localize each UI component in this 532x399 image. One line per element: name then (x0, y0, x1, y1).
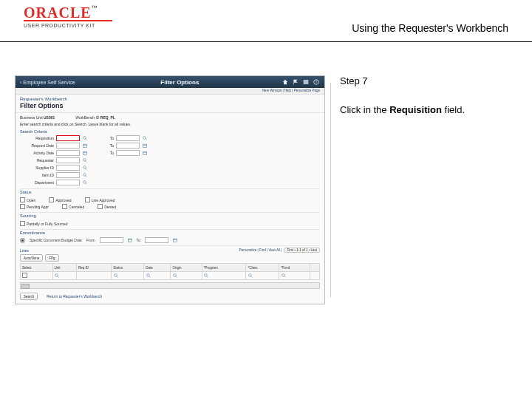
calendar-icon[interactable] (142, 143, 147, 149)
lookup-icon[interactable] (146, 273, 151, 278)
requisition-to-input[interactable] (116, 135, 140, 141)
reqdate-to-input[interactable] (116, 143, 140, 149)
svg-rect-6 (83, 144, 86, 147)
menu-icon[interactable] (302, 78, 310, 86)
chk-line-approved-label: Line Approved (92, 198, 115, 202)
col-class[interactable]: *Class (246, 264, 279, 272)
chk-canceled[interactable]: Canceled (62, 204, 84, 209)
col-origin[interactable]: Origin (171, 264, 202, 272)
lines-link[interactable]: Lines (20, 248, 29, 253)
empty (116, 158, 140, 163)
chk-pending[interactable]: Pending Appr (20, 204, 49, 209)
field-label-to: To (92, 151, 114, 155)
calendar-icon[interactable] (142, 151, 147, 156)
empty (92, 173, 114, 177)
lookup-icon[interactable] (82, 158, 87, 163)
actdate-from-input[interactable] (56, 150, 80, 156)
budget-date-row: Specific Document Budget Date From To (16, 236, 324, 245)
home-icon[interactable] (282, 78, 289, 86)
budget-date-from-input[interactable] (100, 237, 123, 243)
help-icon[interactable]: ? (313, 78, 320, 86)
return-link[interactable]: Return to Requester's Workbench (47, 294, 102, 299)
chk-denied[interactable]: Denied (98, 204, 116, 209)
back-link[interactable]: ‹ Employee Self Service (20, 80, 75, 85)
separator (20, 245, 320, 246)
requester-input[interactable] (56, 157, 80, 163)
instr-prefix: Click in the (340, 104, 389, 115)
search-criteria-heading: Search Criteria (20, 129, 320, 134)
lookup-icon[interactable] (82, 136, 87, 141)
scrollbar-thumb[interactable] (21, 284, 30, 289)
erp-subbar[interactable]: New Window | Help | Personalize Page (16, 88, 324, 95)
col-program[interactable]: *Program (202, 264, 246, 272)
lookup-icon[interactable] (172, 273, 177, 278)
grid-legend[interactable]: Personalize | Find | View All | (239, 248, 282, 252)
wb-label: WorkBench ID (75, 115, 99, 120)
column-divider (330, 83, 331, 297)
col-fund[interactable]: *Fund (279, 264, 310, 272)
search-form: Requisition To Request Date To Activity … (16, 134, 324, 188)
lookup-icon[interactable] (55, 273, 60, 278)
svg-line-37 (251, 276, 253, 277)
actdate-to-input[interactable] (116, 150, 140, 156)
chk-approved[interactable]: Approved (49, 197, 71, 202)
reqdate-from-input[interactable] (56, 143, 80, 149)
item-input[interactable] (56, 172, 80, 178)
grid-btn-fpg[interactable]: FPg (45, 254, 58, 262)
lookup-icon[interactable] (204, 273, 209, 278)
brand-name: ORACLE (24, 4, 92, 21)
col-status[interactable]: Status (112, 264, 144, 272)
calendar-icon[interactable] (82, 151, 87, 156)
erp-screenshot: ‹ Employee Self Service Filter Options ?… (15, 75, 325, 304)
search-button[interactable]: Search (20, 293, 38, 300)
col-extra[interactable] (310, 264, 320, 272)
sourcing-checkbox-group: Partially or Fully Sourced (16, 219, 324, 228)
lookup-icon[interactable] (82, 166, 87, 171)
col-reqid[interactable]: Req ID (76, 264, 111, 272)
chk-approved-label: Approved (55, 198, 71, 202)
chk-denied-label: Denied (104, 205, 116, 209)
budget-date-to-input[interactable] (145, 237, 168, 243)
svg-line-3 (85, 139, 86, 140)
empty (92, 158, 114, 163)
lookup-icon[interactable] (82, 180, 87, 185)
chk-sourced-label: Partially or Fully Sourced (27, 222, 68, 226)
slide-body: Step 7 Click in the Requisition field. ‹… (0, 41, 532, 399)
col-date[interactable]: Date (144, 264, 171, 272)
grid-pager[interactable]: First ‹ 1-1 of 1 › Last (284, 248, 320, 253)
lookup-icon[interactable] (248, 273, 253, 278)
lookup-icon[interactable] (113, 273, 118, 278)
horizontal-scrollbar[interactable] (20, 282, 320, 289)
calendar-icon[interactable] (173, 238, 177, 242)
chk-line-approved[interactable]: Line Approved (85, 197, 115, 202)
supplier-input[interactable] (56, 165, 80, 171)
grid-toolbar: Lines Personalize | Find | View All | Fi… (20, 248, 320, 253)
empty (142, 180, 149, 185)
radio-specific-date[interactable] (20, 238, 25, 243)
field-label-to: To (92, 136, 114, 140)
svg-rect-24 (173, 239, 177, 242)
svg-rect-10 (83, 151, 86, 154)
chk-open-label: Open (27, 198, 35, 202)
calendar-icon[interactable] (128, 238, 132, 242)
lookup-icon[interactable] (82, 173, 87, 178)
svg-line-29 (116, 276, 117, 277)
col-select[interactable]: Select (21, 264, 53, 272)
svg-rect-22 (128, 239, 132, 242)
grid-buttons: Auto/None FPg (20, 254, 320, 262)
sourcing-heading: Sourcing (20, 214, 320, 218)
breadcrumb[interactable]: Requester's Workbench (16, 95, 324, 102)
row-checkbox[interactable] (22, 273, 27, 278)
col-unit[interactable]: Unit (52, 264, 76, 272)
requisition-from-input[interactable] (56, 135, 80, 141)
grid-btn-autonone[interactable]: Auto/None (20, 254, 43, 262)
dept-input[interactable] (56, 180, 80, 185)
table-row[interactable] (21, 272, 320, 280)
chk-sourced[interactable]: Partially or Fully Sourced (20, 221, 68, 226)
calendar-icon[interactable] (82, 143, 87, 149)
lookup-icon[interactable] (142, 136, 147, 141)
chk-open[interactable]: Open (20, 197, 35, 202)
flag-icon[interactable] (292, 78, 299, 86)
lookup-icon[interactable] (281, 273, 286, 278)
oracle-logo: ORACLE™ USER PRODUCTIVITY KIT (24, 4, 112, 28)
